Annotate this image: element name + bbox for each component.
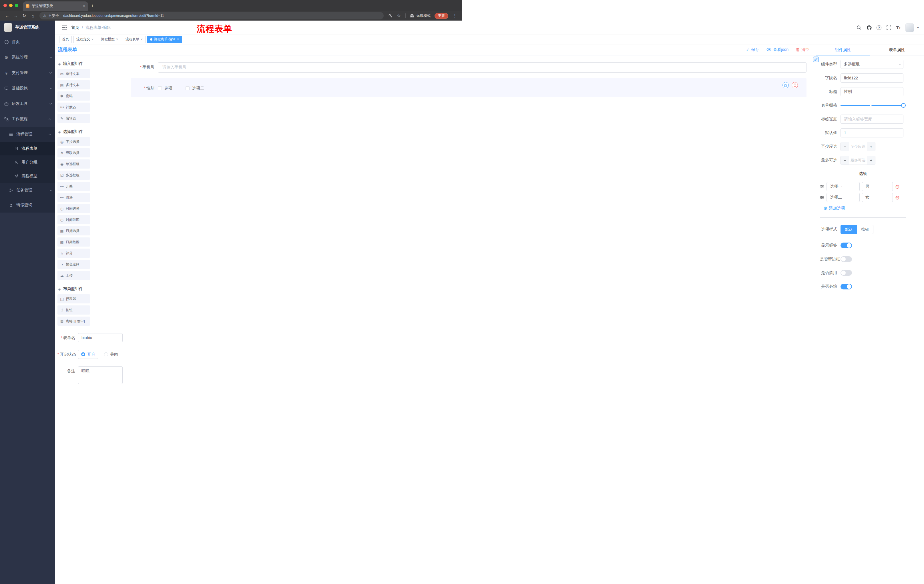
sidebar-item-process-model[interactable]: 流程模型 [0,169,55,183]
sidebar: 芋道管理系统 首页 ⚙ 系统管理 ¥ 支付管理 基础设施 研发工具 工作 [0,21,55,292]
tag-home[interactable]: 首页 [59,36,72,43]
palette-item-select[interactable]: ◎下拉选择 [58,137,90,146]
date-picker-icon: ▦ [60,229,64,233]
palette-item-number[interactable]: 123计数器 [58,102,90,112]
palette-item-switch[interactable]: ⊶开关 [58,182,90,191]
not-secure-warning-icon: ⚠ [43,14,46,18]
color-picker-icon: ◑ [60,262,64,267]
sidebar-item-leave-query[interactable]: 请假查询 [0,198,55,212]
breadcrumb-current: 流程表单-编辑 [86,25,111,30]
close-window-button[interactable] [3,4,7,7]
form-canvas[interactable]: 手机号 请输入手机号 [127,56,462,292]
app-logo-row: 芋道管理系统 [0,21,55,34]
palette-item-password[interactable]: ✱密码 [58,91,90,100]
palette-item-radio-group[interactable]: ◉单选框组 [58,160,90,169]
palette-item-upload[interactable]: ☁上传 [58,271,90,280]
sidebar-item-workflow[interactable]: 工作流程 [0,112,55,127]
sidebar-item-devtools[interactable]: 研发工具 [0,96,55,112]
phone-form-item[interactable]: 手机号 请输入手机号 [130,62,462,72]
browser-menu-icon[interactable]: ⋮ [451,12,459,20]
list-icon [8,132,13,137]
tag-process-form-edit[interactable]: 流程表单-编辑 × [147,36,182,43]
maximize-window-button[interactable] [15,4,18,7]
sidebar-item-user-groups[interactable]: 用户分组 [0,155,55,169]
navbar: 首页 / 流程表单-编辑 流程表单 ? TT ▼ [55,21,462,35]
browser-tab[interactable]: 芋道管理系统 × [23,2,88,11]
component-group-icon: ◈ [58,62,61,66]
active-dot [150,38,152,41]
tags-view: 首页 流程定义 × 流程模型 × 流程表单 × 流程表单-编辑 × [55,35,462,44]
counter-icon: 123 [60,106,64,109]
palette-item-checkbox-group[interactable]: ☑多选框组 [58,171,90,180]
yen-icon: ¥ [4,71,9,76]
tab-close-icon[interactable]: × [83,4,85,8]
cascader-icon: ⋔ [60,151,64,155]
chevron-up-icon [49,118,51,120]
textarea-icon: ▤ [60,83,64,87]
security-label: 不安全 [48,13,59,18]
home-icon[interactable]: ⌂ [29,12,36,20]
gender-widget-selected[interactable]: 性别 选项一 选项二 [130,78,462,97]
phone-placeholder: 请输入手机号 [162,65,186,70]
close-icon[interactable]: × [116,38,118,41]
bookmark-star-icon[interactable]: ☆ [395,12,403,20]
phone-label: 手机号 [130,65,158,70]
palette-item-date-range[interactable]: ▩日期范围 [58,237,90,247]
forward-icon[interactable]: → [12,12,20,20]
palette-item-time-range[interactable]: ◴时间范围 [58,215,90,224]
password-key-icon[interactable] [386,12,394,20]
sidebar-item-payment[interactable]: ¥ 支付管理 [0,65,55,81]
close-icon[interactable]: × [91,38,94,41]
gender-option2-checkbox[interactable]: 选项二 [186,86,204,91]
sidebar-item-system[interactable]: ⚙ 系统管理 [0,50,55,65]
palette-item-date-picker[interactable]: ▦日期选择 [58,226,90,235]
palette-item-input[interactable]: ▭单行文本 [58,69,90,78]
palette-item-textarea[interactable]: ▤多行文本 [58,80,90,89]
tag-process-model[interactable]: 流程模型 × [98,36,121,43]
chevron-down-icon [50,102,52,104]
time-range-icon: ◴ [60,218,64,222]
browser-toolbar: ← → ↻ ⌂ ⚠ 不安全 dashboard.yudao.iocoder.cn… [0,11,462,21]
chevron-down-icon [50,71,52,73]
palette-item-cascader[interactable]: ⋔级联选择 [58,148,90,158]
update-button[interactable]: 更新 [434,13,448,19]
page-title: 流程表单 [58,46,77,53]
date-range-icon: ▩ [60,240,64,244]
sidebar-item-infra[interactable]: 基础设施 [0,81,55,96]
palette-item-time-picker[interactable]: ◷时间选择 [58,204,90,213]
reload-icon[interactable]: ↻ [21,12,28,20]
palette-item-color-picker[interactable]: ◑颜色选择 [58,260,90,269]
checkbox-icon [158,86,162,90]
palette-item-editor[interactable]: ✎编辑器 [58,114,90,123]
sidebar-item-process-mgmt[interactable]: 流程管理 [0,127,55,142]
sidebar-item-task-mgmt[interactable]: 任务管理 [0,183,55,198]
branch-icon [8,188,13,192]
workflow-icon [4,117,9,122]
palette-item-rate[interactable]: ☆评分 [58,248,90,258]
tag-process-definition[interactable]: 流程定义 × [73,36,96,43]
minimize-window-button[interactable] [9,4,13,7]
new-tab-button[interactable]: + [91,3,94,11]
incognito-icon [410,14,414,18]
annotation-overlay: 流程表单 [197,23,232,35]
sidebar-collapse-icon[interactable] [62,25,67,30]
palette-item-slider[interactable]: ⊷滑块 [58,193,90,202]
tag-process-form[interactable]: 流程表单 × [123,36,145,43]
phone-input[interactable]: 请输入手机号 [158,62,462,72]
gear-icon: ⚙ [4,55,9,60]
close-icon[interactable]: × [177,38,179,41]
chevron-down-icon [50,189,52,191]
sidebar-item-process-form[interactable]: 流程表单 [0,142,55,155]
users-icon [14,160,18,164]
close-icon[interactable]: × [141,38,143,41]
app-title: 芋道管理系统 [15,25,39,30]
time-picker-icon: ◷ [60,207,64,211]
radio-group-icon: ◉ [60,162,64,166]
sidebar-item-home[interactable]: 首页 [0,34,55,50]
breadcrumb-home[interactable]: 首页 [71,25,79,30]
address-bar[interactable]: ⚠ 不安全 dashboard.yudao.iocoder.cn/bpm/man… [40,12,384,20]
gender-option1-checkbox[interactable]: 选项一 [158,86,177,91]
palette-group-input: ◈ 输入型组件 [58,61,125,66]
back-icon[interactable]: ← [3,12,11,20]
browser-chrome: 芋道管理系统 × + ← → ↻ ⌂ ⚠ 不安全 dashboard.yudao… [0,0,462,21]
